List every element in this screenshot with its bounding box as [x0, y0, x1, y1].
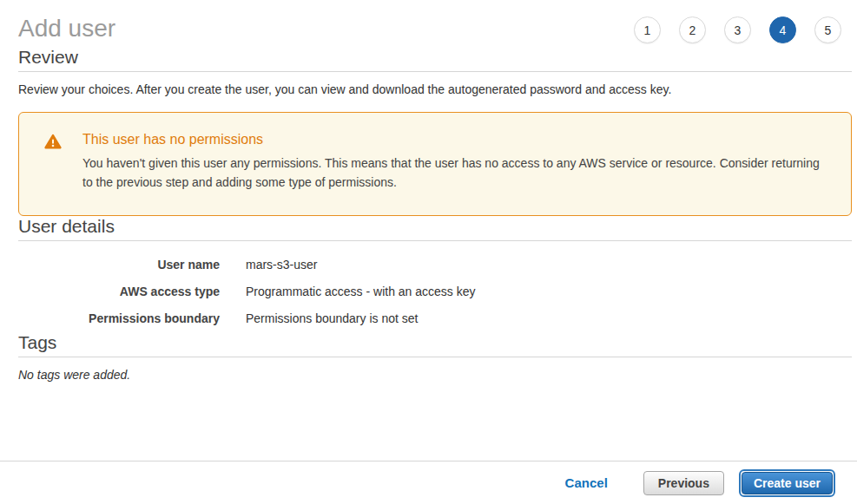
step-circle-4: 4 [769, 16, 796, 43]
review-heading: Review [18, 47, 852, 68]
warning-text-block: This user has no permissions You haven't… [82, 131, 826, 215]
wizard-header: Add user 1 2 3 4 5 [18, 0, 852, 47]
create-user-button[interactable]: Create user [742, 472, 833, 494]
no-permissions-warning: This user has no permissions You haven't… [18, 112, 852, 216]
previous-button[interactable]: Previous [643, 471, 724, 495]
review-divider [18, 71, 852, 72]
table-row: User name mars-s3-user [18, 252, 852, 278]
table-row: Permissions boundary Permissions boundar… [18, 305, 852, 332]
page-content: Add user 1 2 3 4 5 Review Review your ch… [18, 0, 852, 382]
page-title: Add user [18, 14, 115, 43]
table-row: AWS access type Programmatic access - wi… [18, 278, 852, 305]
step-circle-3: 3 [724, 16, 751, 43]
wizard-footer: Cancel Previous Create user [0, 461, 857, 504]
tags-divider [18, 357, 852, 357]
step-circle-1: 1 [634, 16, 661, 43]
tags-empty-message: No tags were added. [18, 368, 852, 382]
user-name-value: mars-s3-user [246, 258, 317, 272]
permissions-boundary-value: Permissions boundary is not set [246, 311, 418, 326]
access-type-value: Programmatic access - with an access key [246, 285, 476, 299]
create-user-focus-ring: Create user [739, 469, 835, 497]
cancel-button[interactable]: Cancel [565, 475, 608, 490]
warning-body: You haven't given this user any permissi… [82, 154, 826, 192]
access-type-label: AWS access type [18, 285, 220, 299]
user-name-label: User name [18, 258, 220, 272]
user-details-divider [18, 240, 852, 241]
warning-triangle-icon [44, 133, 62, 150]
warning-title: This user has no permissions [82, 131, 826, 147]
user-details-table: User name mars-s3-user AWS access type P… [18, 252, 852, 332]
step-circle-5: 5 [814, 16, 841, 43]
step-circle-2: 2 [679, 16, 706, 43]
permissions-boundary-label: Permissions boundary [18, 311, 220, 326]
step-indicator-group: 1 2 3 4 5 [634, 16, 841, 43]
tags-heading: Tags [18, 332, 852, 353]
review-description: Review your choices. After you create th… [18, 82, 852, 96]
user-details-heading: User details [18, 216, 852, 237]
